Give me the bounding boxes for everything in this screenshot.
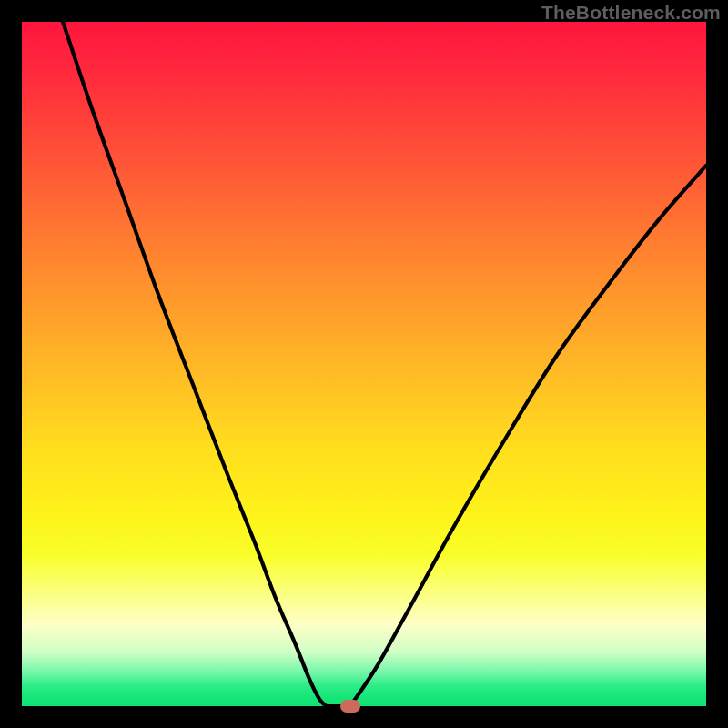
plot-area — [22, 22, 706, 706]
bottleneck-curve — [22, 22, 706, 706]
watermark-text: TheBottleneck.com — [541, 2, 721, 24]
chart-frame: TheBottleneck.com — [0, 0, 728, 728]
optimum-marker — [340, 700, 360, 713]
